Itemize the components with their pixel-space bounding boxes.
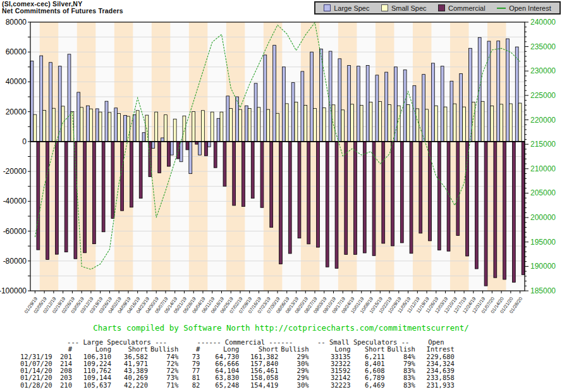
table-column-header: Short xyxy=(113,346,149,353)
svg-text:-60000: -60000 xyxy=(3,227,27,236)
table-row: 01/28/20210105,63742,22071%8265,248154,4… xyxy=(19,382,456,389)
svg-text:190000: 190000 xyxy=(530,262,556,271)
cot-data-table: --- Large Speculators --------- Commerci… xyxy=(19,339,456,389)
cot-bar-chart: -100000-80000-60000-40000-20000020000400… xyxy=(0,0,562,322)
table-column-header: Intrest xyxy=(417,346,456,353)
svg-text:-80000: -80000 xyxy=(3,257,27,266)
legend-label: Open Interest xyxy=(509,4,551,12)
table-group-header xyxy=(19,339,54,346)
chart-title-subtitle: Net Commitments of Futures Traders xyxy=(2,8,123,15)
table-cell-date: 01/28/20 xyxy=(19,382,54,389)
commercial-swatch-icon xyxy=(438,4,445,11)
x-axis: 01/29/1902/05/1902/12/1902/19/1902/26/19… xyxy=(23,291,524,314)
svg-text:0: 0 xyxy=(22,137,27,146)
svg-text:240000: 240000 xyxy=(530,18,556,27)
table-column-header: # xyxy=(180,346,201,353)
table-column-header: Bullish xyxy=(279,346,310,353)
table-column-header: Long xyxy=(73,346,113,353)
legend-item-small-spec: Small Spec xyxy=(381,4,427,12)
cot-page: (SI,comex-cec) Silver,NY Net Commitments… xyxy=(0,0,562,392)
svg-text:225000: 225000 xyxy=(530,91,556,100)
chart-title-block: (SI,comex-cec) Silver,NY Net Commitments… xyxy=(2,1,123,15)
table-column-header: Bullish xyxy=(149,346,180,353)
legend-label: Commercial xyxy=(448,4,486,12)
svg-text:-40000: -40000 xyxy=(3,197,27,205)
svg-text:230000: 230000 xyxy=(530,66,556,75)
footer-credit: Charts compiled by Software North http:/… xyxy=(0,323,562,333)
chart-legend: Large Spec Small Spec Commercial Open In… xyxy=(314,1,561,15)
large-spec-swatch-icon xyxy=(324,4,331,11)
table-cell: 32223 xyxy=(310,382,352,389)
svg-text:235000: 235000 xyxy=(530,42,556,51)
table-column-header-row: #LongShortBullish#LongShortBullishLongSh… xyxy=(19,346,456,353)
table-cell: 154,419 xyxy=(240,382,279,389)
svg-text:-20000: -20000 xyxy=(3,167,27,176)
open-interest-line-icon xyxy=(497,8,506,9)
table-column-header: Bullish xyxy=(386,346,417,353)
table-cell: 30% xyxy=(279,382,310,389)
svg-text:20000: 20000 xyxy=(6,107,27,116)
table-cell: 231,933 xyxy=(417,382,456,389)
legend-item-commercial: Commercial xyxy=(438,4,486,12)
svg-text:185000: 185000 xyxy=(530,286,556,295)
svg-text:-100000: -100000 xyxy=(0,286,27,295)
right-axis: 1850001900001950002000002050002100002150… xyxy=(525,18,556,295)
legend-item-large-spec: Large Spec xyxy=(324,4,369,12)
svg-text:60000: 60000 xyxy=(6,47,27,56)
svg-text:80000: 80000 xyxy=(6,18,27,27)
table-column-header: Short xyxy=(352,346,386,353)
svg-text:200000: 200000 xyxy=(530,213,556,222)
table-cell: 71% xyxy=(149,382,180,389)
table-cell: 210 xyxy=(54,382,73,389)
small-spec-swatch-icon xyxy=(381,4,388,11)
legend-label: Large Spec xyxy=(334,4,369,12)
svg-text:205000: 205000 xyxy=(530,188,556,197)
legend-label: Small Spec xyxy=(391,4,427,12)
table-column-header: Long xyxy=(310,346,352,353)
table-column-header: # xyxy=(54,346,73,353)
table-cell: 105,637 xyxy=(73,382,113,389)
table-cell: 82 xyxy=(180,382,201,389)
svg-text:220000: 220000 xyxy=(530,116,556,125)
svg-text:40000: 40000 xyxy=(6,77,27,86)
left-axis: -100000-80000-60000-40000-20000020000400… xyxy=(0,18,30,295)
table-cell: 83% xyxy=(386,382,417,389)
table-cell: 42,220 xyxy=(113,382,149,389)
table-cell: 6,469 xyxy=(352,382,386,389)
table-column-header: Long xyxy=(201,346,240,353)
svg-text:215000: 215000 xyxy=(530,140,556,149)
svg-text:210000: 210000 xyxy=(530,164,556,173)
legend-item-open-interest: Open Interest xyxy=(497,4,551,12)
table-column-header: Short xyxy=(240,346,279,353)
table-cell: 65,248 xyxy=(201,382,240,389)
table-column-header xyxy=(19,346,54,353)
svg-text:195000: 195000 xyxy=(530,238,556,247)
